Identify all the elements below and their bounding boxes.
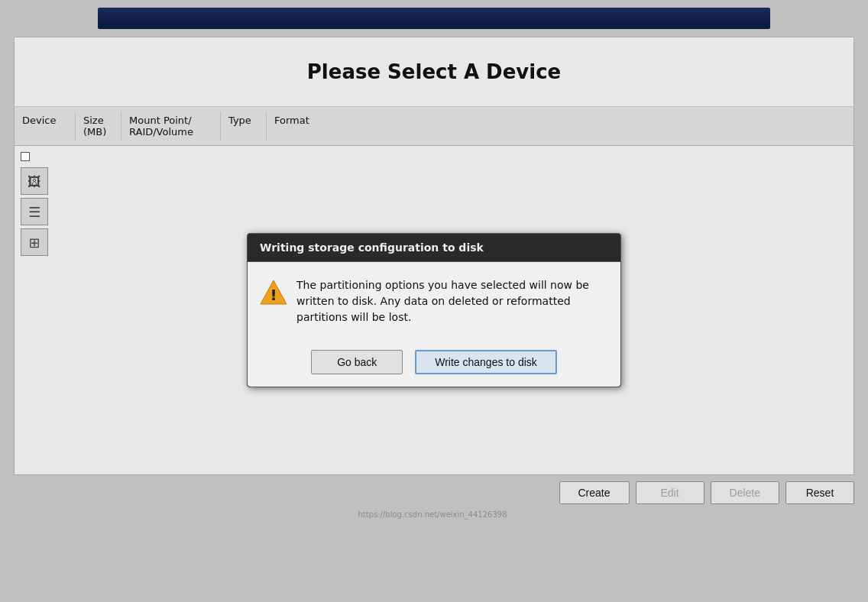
title-section: Please Select A Device	[15, 37, 853, 107]
content-area: 🖼 ☰ ⊞ Writing storage configuration to d…	[15, 146, 853, 474]
col-size: Size(MB)	[76, 112, 121, 141]
modal-dialog: Writing storage configuration to disk ! …	[247, 233, 621, 387]
modal-buttons: Go back Write changes to disk	[248, 341, 620, 387]
delete-button[interactable]: Delete	[711, 481, 779, 504]
modal-body-text: The partitioning options you have select…	[296, 277, 605, 325]
modal-title: Writing storage configuration to disk	[260, 241, 484, 254]
top-bar	[98, 8, 770, 29]
page-title: Please Select A Device	[30, 60, 838, 83]
col-device: Device	[15, 112, 76, 141]
modal-title-bar: Writing storage configuration to disk	[248, 234, 620, 262]
col-type: Type	[221, 112, 267, 141]
col-mount: Mount Point/RAID/Volume	[121, 112, 221, 141]
reset-button[interactable]: Reset	[785, 481, 854, 504]
edit-button[interactable]: Edit	[636, 481, 704, 504]
watermark: https://blog.csdn.net/weixin_44126398	[358, 510, 510, 519]
create-button[interactable]: Create	[559, 481, 630, 504]
go-back-button[interactable]: Go back	[311, 350, 403, 374]
table-header: Device Size(MB) Mount Point/RAID/Volume …	[15, 107, 853, 146]
bottom-bar: Create Edit Delete Reset	[14, 475, 854, 510]
warning-icon: !	[260, 279, 287, 306]
modal-overlay: Writing storage configuration to disk ! …	[15, 146, 853, 474]
modal-body: ! The partitioning options you have sele…	[248, 262, 620, 341]
main-panel: Please Select A Device Device Size(MB) M…	[14, 37, 854, 475]
svg-text:!: !	[270, 286, 277, 304]
col-format: Format	[267, 112, 328, 141]
write-changes-button[interactable]: Write changes to disk	[415, 350, 557, 374]
